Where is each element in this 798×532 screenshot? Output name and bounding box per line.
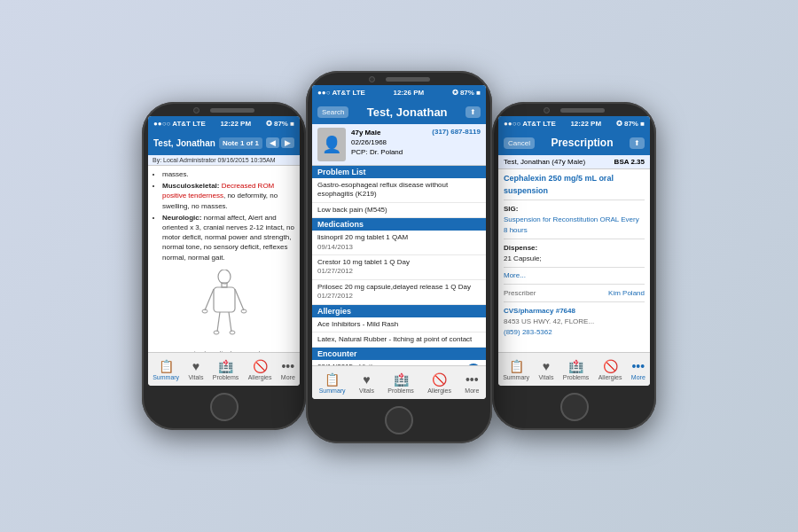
- problem-2: Low back pain (M545): [312, 203, 486, 218]
- rx-pharmacy-phone: (859) 283-5362: [504, 327, 645, 338]
- status-center-battery: ✪ 87% ■: [452, 89, 481, 97]
- svg-line-9: [229, 312, 231, 332]
- body-diagram: [198, 270, 251, 349]
- tab-more-right[interactable]: ••• More: [631, 359, 645, 380]
- med-3[interactable]: Prilosec 20 mg capsule,delayed release 1…: [312, 280, 486, 305]
- more-icon-right: •••: [631, 359, 645, 373]
- left-by-line: By: Local Administrator 09/16/2015 10:35…: [148, 155, 300, 166]
- note-line-1: masses.: [162, 169, 294, 179]
- status-bar-center: ●●○ AT&T LTE 12:26 PM ✪ 87% ■: [312, 85, 486, 99]
- med-2[interactable]: Crestor 10 mg tablet 1 Q Day 01/27/2012: [312, 255, 486, 280]
- left-arrow-next[interactable]: ▶: [281, 137, 294, 148]
- rx-prescriber-row: Prescriber Kim Poland: [504, 288, 645, 299]
- tab-more-label-center: More: [465, 387, 479, 394]
- tab-more-label-left: More: [281, 374, 295, 380]
- rx-drug-name: Cephalexin 250 mg/5 mL oral suspension: [504, 173, 645, 197]
- center-screen: ●●○ AT&T LTE 12:26 PM ✪ 87% ■ Search Tes…: [312, 85, 486, 399]
- med-3-name: Prilosec 20 mg capsule,delayed release 1…: [317, 283, 481, 292]
- tab-vitals-left[interactable]: ♥ Vitals: [188, 359, 203, 380]
- center-patient-name: Test, Jonathan: [367, 106, 448, 119]
- tab-allergies-label-left: Allergies: [248, 374, 272, 380]
- problems-icon-left: 🏥: [218, 359, 233, 373]
- allergies-header: Allergies: [312, 305, 486, 317]
- tab-problems-center[interactable]: 🏥 Problems: [387, 372, 414, 394]
- tab-summary-label-center: Summary: [319, 387, 346, 394]
- rx-patient-line: Test, Jonathan (47y Male) BSA 2.35: [498, 155, 650, 169]
- left-nav-arrows: ◀ ▶: [266, 137, 294, 148]
- speaker-center: [386, 77, 430, 82]
- camera-center: [369, 76, 375, 82]
- tab-allergies-left[interactable]: 🚫 Allergies: [248, 359, 272, 380]
- rx-divider-1: [504, 200, 645, 200]
- tab-summary-label-left: Summary: [153, 374, 179, 380]
- home-button-left[interactable]: [210, 393, 239, 421]
- tab-allergies-label-right: Allergies: [598, 374, 622, 380]
- tab-more-left[interactable]: ••• More: [281, 359, 295, 380]
- rx-more[interactable]: More...: [504, 270, 645, 281]
- status-left-carrier: ●●○○ AT&T LTE: [153, 120, 206, 128]
- medications-header: Medications: [312, 218, 486, 231]
- left-content: masses. Musculoskeletal: Decreased ROM p…: [148, 166, 300, 352]
- left-arrow-prev[interactable]: ◀: [266, 137, 279, 148]
- tab-problems-label-left: Problems: [213, 374, 239, 380]
- tab-allergies-right[interactable]: 🚫 Allergies: [598, 359, 622, 380]
- status-bar-right: ●●○○ AT&T LTE 12:22 PM ✪ 87% ■: [498, 116, 650, 130]
- problem-1: Gastro-esophageal reflux disease without…: [312, 178, 486, 203]
- camera-right: [544, 107, 550, 113]
- vitals-icon-right: ♥: [543, 359, 550, 373]
- left-screen: ●●○○ AT&T LTE 12:22 PM ✪ 87% ■ Test, Jon…: [148, 116, 300, 386]
- vitals-icon-left: ♥: [192, 359, 200, 373]
- tab-more-label-right: More: [631, 374, 645, 380]
- right-phone-bottom: [560, 386, 589, 430]
- patient-info-center: 47y Male 02/26/1968 PCP: Dr. Poland: [351, 128, 403, 161]
- tab-vitals-center[interactable]: ♥ Vitals: [359, 372, 374, 394]
- tab-summary-right[interactable]: 📋 Summary: [503, 359, 529, 380]
- status-right-time: 12:22 PM: [570, 120, 601, 128]
- rx-prescriber-label: Prescriber: [504, 288, 536, 299]
- tab-more-center[interactable]: ••• More: [465, 372, 479, 394]
- speaker-left: [210, 108, 254, 113]
- med-1[interactable]: lisinopril 20 mg tablet 1 QAM 09/14/2013: [312, 231, 486, 255]
- center-nav-bar: Search Test, Jonathan ⬆: [312, 99, 486, 124]
- problems-icon-right: 🏥: [568, 359, 583, 373]
- rx-divider-3: [504, 267, 645, 268]
- status-center-carrier: ●●○ AT&T LTE: [317, 89, 365, 97]
- tab-summary-center[interactable]: 📋 Summary: [319, 372, 346, 394]
- home-button-right[interactable]: [560, 393, 589, 421]
- summary-icon-right: 📋: [509, 359, 524, 373]
- tab-summary-left[interactable]: 📋 Summary: [153, 359, 179, 380]
- tab-problems-right[interactable]: 🏥 Problems: [563, 359, 590, 380]
- share-button-center[interactable]: ⬆: [466, 106, 481, 118]
- rx-divider-2: [504, 239, 645, 239]
- share-button-right[interactable]: ⬆: [630, 137, 645, 149]
- left-phone-bottom: [210, 386, 239, 430]
- rx-divider-4: [504, 284, 645, 285]
- patient-pcp: PCP: Dr. Poland: [351, 147, 403, 157]
- med-1-date: 09/14/2013: [317, 243, 481, 252]
- svg-point-10: [230, 331, 235, 334]
- search-button[interactable]: Search: [317, 106, 348, 118]
- more-icon-left: •••: [281, 359, 294, 373]
- svg-rect-2: [214, 287, 235, 312]
- right-title: Prescription: [551, 137, 613, 149]
- rx-sig-value: Suspension for Reconstitution ORAL Every…: [504, 215, 645, 236]
- tab-vitals-right[interactable]: ♥ Vitals: [538, 359, 553, 380]
- home-button-center[interactable]: [385, 406, 413, 434]
- tab-vitals-label-center: Vitals: [359, 387, 374, 394]
- left-note-content: masses. Musculoskeletal: Decreased ROM p…: [148, 166, 300, 352]
- summary-icon-center: 📋: [325, 372, 340, 387]
- tab-allergies-center[interactable]: 🚫 Allergies: [427, 372, 451, 394]
- problems-icon-center: 🏥: [394, 372, 409, 387]
- left-note-label: Note 1 of 1: [219, 137, 262, 149]
- cancel-button[interactable]: Cancel: [504, 137, 535, 149]
- tab-problems-left[interactable]: 🏥 Problems: [213, 359, 239, 380]
- tab-allergies-label-center: Allergies: [427, 387, 451, 394]
- rx-sig-label: SIG:: [504, 204, 645, 215]
- rx-divider-5: [504, 301, 645, 302]
- allergies-icon-right: 🚫: [603, 359, 618, 373]
- right-tab-bar: 📋 Summary ♥ Vitals 🏥 Problems 🚫 Allergie…: [498, 352, 650, 386]
- tab-problems-label-center: Problems: [387, 387, 414, 394]
- encounter-header: Encounter: [312, 348, 486, 360]
- allergies-icon-center: 🚫: [432, 372, 447, 387]
- patient-header-center: 👤 47y Male 02/26/1968 PCP: Dr. Poland (3…: [312, 124, 486, 166]
